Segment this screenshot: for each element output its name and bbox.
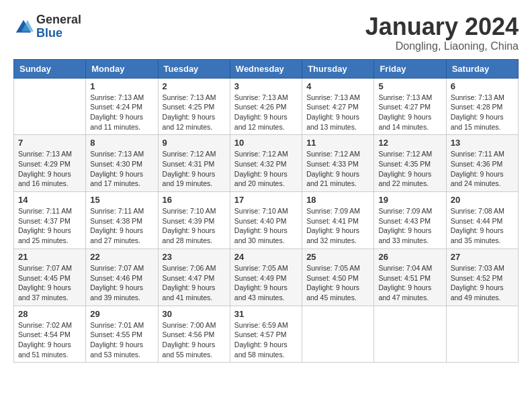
day-info: Sunrise: 7:08 AM Sunset: 4:44 PM Dayligh… <box>451 206 514 246</box>
calendar-cell: 24Sunrise: 7:05 AM Sunset: 4:49 PM Dayli… <box>230 248 302 306</box>
day-number: 8 <box>90 138 153 148</box>
day-number: 4 <box>306 81 369 91</box>
day-info: Sunrise: 7:07 AM Sunset: 4:45 PM Dayligh… <box>18 263 81 303</box>
day-number: 16 <box>163 195 226 205</box>
day-info: Sunrise: 7:00 AM Sunset: 4:56 PM Dayligh… <box>163 320 226 360</box>
weekday-header-tuesday: Tuesday <box>158 59 230 78</box>
calendar-cell: 2Sunrise: 7:13 AM Sunset: 4:25 PM Daylig… <box>158 78 230 135</box>
day-number: 5 <box>378 81 441 91</box>
calendar-cell <box>302 306 374 363</box>
calendar-cell <box>374 306 446 363</box>
day-info: Sunrise: 7:01 AM Sunset: 4:55 PM Dayligh… <box>90 320 153 360</box>
day-info: Sunrise: 7:04 AM Sunset: 4:51 PM Dayligh… <box>378 263 441 303</box>
title-block: January 2024 Dongling, Liaoning, China <box>365 13 519 52</box>
weekday-header-saturday: Saturday <box>446 59 518 78</box>
day-number: 6 <box>451 81 514 91</box>
day-info: Sunrise: 7:11 AM Sunset: 4:38 PM Dayligh… <box>90 206 153 246</box>
day-number: 13 <box>451 138 514 148</box>
logo: General Blue <box>13 13 81 40</box>
day-info: Sunrise: 7:12 AM Sunset: 4:33 PM Dayligh… <box>306 149 369 189</box>
day-info: Sunrise: 7:09 AM Sunset: 4:43 PM Dayligh… <box>378 206 441 246</box>
calendar-cell: 14Sunrise: 7:11 AM Sunset: 4:37 PM Dayli… <box>14 192 86 249</box>
calendar-cell: 12Sunrise: 7:12 AM Sunset: 4:35 PM Dayli… <box>374 135 446 192</box>
calendar-cell: 15Sunrise: 7:11 AM Sunset: 4:38 PM Dayli… <box>86 192 158 249</box>
calendar-cell: 27Sunrise: 7:03 AM Sunset: 4:52 PM Dayli… <box>446 248 518 306</box>
day-number: 7 <box>18 138 81 148</box>
calendar-cell: 29Sunrise: 7:01 AM Sunset: 4:55 PM Dayli… <box>86 306 158 363</box>
day-number: 22 <box>90 252 153 262</box>
day-number: 29 <box>90 309 153 319</box>
day-number: 15 <box>90 195 153 205</box>
day-number: 2 <box>163 81 226 91</box>
weekday-header-monday: Monday <box>86 59 158 78</box>
calendar-cell: 8Sunrise: 7:13 AM Sunset: 4:30 PM Daylig… <box>86 135 158 192</box>
day-number: 25 <box>306 252 369 262</box>
day-info: Sunrise: 7:13 AM Sunset: 4:29 PM Dayligh… <box>18 149 81 189</box>
calendar-cell: 23Sunrise: 7:06 AM Sunset: 4:47 PM Dayli… <box>158 248 230 306</box>
calendar-cell: 26Sunrise: 7:04 AM Sunset: 4:51 PM Dayli… <box>374 248 446 306</box>
logo-icon <box>13 17 34 38</box>
calendar-cell: 28Sunrise: 7:02 AM Sunset: 4:54 PM Dayli… <box>14 306 86 363</box>
day-number: 24 <box>234 252 298 262</box>
day-number: 1 <box>90 81 153 91</box>
calendar-cell: 6Sunrise: 7:13 AM Sunset: 4:28 PM Daylig… <box>446 78 518 135</box>
day-number: 3 <box>234 81 298 91</box>
calendar-week-row: 14Sunrise: 7:11 AM Sunset: 4:37 PM Dayli… <box>14 192 519 249</box>
calendar-cell: 10Sunrise: 7:12 AM Sunset: 4:32 PM Dayli… <box>230 135 302 192</box>
day-number: 12 <box>378 138 441 148</box>
day-info: Sunrise: 7:05 AM Sunset: 4:49 PM Dayligh… <box>234 263 298 303</box>
calendar-cell: 22Sunrise: 7:07 AM Sunset: 4:46 PM Dayli… <box>86 248 158 306</box>
day-number: 23 <box>163 252 226 262</box>
day-number: 27 <box>451 252 514 262</box>
calendar-week-row: 21Sunrise: 7:07 AM Sunset: 4:45 PM Dayli… <box>14 248 519 306</box>
calendar-cell <box>14 78 86 135</box>
calendar-cell: 9Sunrise: 7:12 AM Sunset: 4:31 PM Daylig… <box>158 135 230 192</box>
calendar-cell: 4Sunrise: 7:13 AM Sunset: 4:27 PM Daylig… <box>302 78 374 135</box>
day-info: Sunrise: 7:02 AM Sunset: 4:54 PM Dayligh… <box>18 320 81 360</box>
day-number: 30 <box>163 309 226 319</box>
day-number: 10 <box>234 138 298 148</box>
day-info: Sunrise: 7:13 AM Sunset: 4:25 PM Dayligh… <box>163 93 226 132</box>
logo-text: General Blue <box>36 13 81 40</box>
calendar-table: SundayMondayTuesdayWednesdayThursdayFrid… <box>13 59 519 363</box>
calendar-cell: 16Sunrise: 7:10 AM Sunset: 4:39 PM Dayli… <box>158 192 230 249</box>
calendar-cell: 5Sunrise: 7:13 AM Sunset: 4:27 PM Daylig… <box>374 78 446 135</box>
day-number: 18 <box>306 195 369 205</box>
day-info: Sunrise: 7:13 AM Sunset: 4:28 PM Dayligh… <box>451 93 514 132</box>
weekday-header-friday: Friday <box>374 59 446 78</box>
calendar-cell: 13Sunrise: 7:11 AM Sunset: 4:36 PM Dayli… <box>446 135 518 192</box>
calendar-cell: 7Sunrise: 7:13 AM Sunset: 4:29 PM Daylig… <box>14 135 86 192</box>
logo-blue: Blue <box>36 27 81 40</box>
logo-general: General <box>36 13 81 27</box>
day-info: Sunrise: 7:03 AM Sunset: 4:52 PM Dayligh… <box>451 263 514 303</box>
day-number: 28 <box>18 309 81 319</box>
calendar-cell: 1Sunrise: 7:13 AM Sunset: 4:24 PM Daylig… <box>86 78 158 135</box>
day-number: 14 <box>18 195 81 205</box>
day-info: Sunrise: 7:06 AM Sunset: 4:47 PM Dayligh… <box>163 263 226 303</box>
weekday-header-row: SundayMondayTuesdayWednesdayThursdayFrid… <box>14 59 519 78</box>
day-info: Sunrise: 7:12 AM Sunset: 4:31 PM Dayligh… <box>163 149 226 189</box>
day-number: 11 <box>306 138 369 148</box>
location-title: Dongling, Liaoning, China <box>365 40 519 52</box>
calendar-cell <box>446 306 518 363</box>
day-number: 20 <box>451 195 514 205</box>
day-info: Sunrise: 7:13 AM Sunset: 4:30 PM Dayligh… <box>90 149 153 189</box>
day-info: Sunrise: 7:13 AM Sunset: 4:27 PM Dayligh… <box>378 93 441 132</box>
month-title: January 2024 <box>365 13 519 40</box>
calendar-cell: 11Sunrise: 7:12 AM Sunset: 4:33 PM Dayli… <box>302 135 374 192</box>
calendar-cell: 25Sunrise: 7:05 AM Sunset: 4:50 PM Dayli… <box>302 248 374 306</box>
calendar-week-row: 1Sunrise: 7:13 AM Sunset: 4:24 PM Daylig… <box>14 78 519 135</box>
day-info: Sunrise: 7:11 AM Sunset: 4:37 PM Dayligh… <box>18 206 81 246</box>
calendar-cell: 17Sunrise: 7:10 AM Sunset: 4:40 PM Dayli… <box>230 192 302 249</box>
day-info: Sunrise: 7:07 AM Sunset: 4:46 PM Dayligh… <box>90 263 153 303</box>
day-info: Sunrise: 7:05 AM Sunset: 4:50 PM Dayligh… <box>306 263 369 303</box>
calendar-cell: 20Sunrise: 7:08 AM Sunset: 4:44 PM Dayli… <box>446 192 518 249</box>
day-info: Sunrise: 7:13 AM Sunset: 4:27 PM Dayligh… <box>306 93 369 132</box>
calendar-cell: 19Sunrise: 7:09 AM Sunset: 4:43 PM Dayli… <box>374 192 446 249</box>
calendar-cell: 21Sunrise: 7:07 AM Sunset: 4:45 PM Dayli… <box>14 248 86 306</box>
weekday-header-sunday: Sunday <box>14 59 86 78</box>
day-info: Sunrise: 6:59 AM Sunset: 4:57 PM Dayligh… <box>234 320 298 360</box>
calendar-week-row: 7Sunrise: 7:13 AM Sunset: 4:29 PM Daylig… <box>14 135 519 192</box>
calendar-cell: 3Sunrise: 7:13 AM Sunset: 4:26 PM Daylig… <box>230 78 302 135</box>
day-number: 9 <box>163 138 226 148</box>
